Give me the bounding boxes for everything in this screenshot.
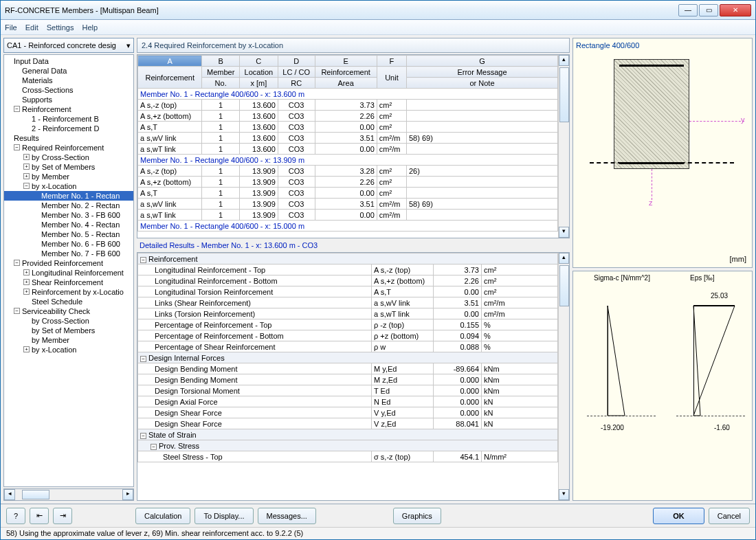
menu-file[interactable]: File xyxy=(5,23,17,32)
plus-icon[interactable]: + xyxy=(23,269,30,275)
table-row[interactable]: a s,wV link113.909CO33.51cm²/m58) 69) xyxy=(138,199,558,210)
messages-button[interactable]: Messages... xyxy=(258,508,316,524)
tree-member-7[interactable]: Member No. 7 - FB 600 xyxy=(4,249,133,258)
detail-vscrollbar[interactable]: ▴ ▾ xyxy=(558,253,569,500)
tree-member-6[interactable]: Member No. 6 - FB 600 xyxy=(4,239,133,249)
menu-edit[interactable]: Edit xyxy=(25,23,38,32)
minus-icon[interactable]: − xyxy=(23,183,30,189)
minus-icon[interactable]: − xyxy=(140,257,146,263)
col-G[interactable]: G xyxy=(407,56,558,67)
grid-vscrollbar[interactable]: ▴ ▾ xyxy=(558,55,569,238)
scroll-up-icon[interactable]: ▴ xyxy=(559,55,569,66)
main-grid[interactable]: A B C D E F G Reinforcement Member Locat… xyxy=(137,54,570,238)
detail-row[interactable]: Steel Stress - Top σ s,-z (top) 454.1 N/… xyxy=(138,451,558,462)
det-prov-hdr[interactable]: −Prov. Stress xyxy=(138,440,558,451)
table-row[interactable]: a s,wT link113.909CO30.00cm²/m xyxy=(138,210,558,221)
col-E[interactable]: E xyxy=(315,56,377,67)
table-row[interactable]: A s,T113.600CO30.00cm² xyxy=(138,122,558,133)
minus-icon[interactable]: − xyxy=(14,106,20,112)
tree-serv-check[interactable]: −Serviceability Check xyxy=(4,306,133,316)
next-button[interactable]: ⇥ xyxy=(53,508,72,524)
plus-icon[interactable]: + xyxy=(23,279,30,285)
case-dropdown[interactable]: CA1 - Reinforced concrete desig ▾ xyxy=(3,38,134,53)
tree-s-mem[interactable]: by Member xyxy=(4,335,133,345)
minus-icon[interactable]: − xyxy=(14,260,20,266)
tree-member-5[interactable]: Member No. 5 - Rectan xyxy=(4,229,133,239)
detail-row[interactable]: Longitudinal Reinforcement - BottomA s,+… xyxy=(138,275,558,286)
tree-by-som[interactable]: +by Set of Members xyxy=(4,162,133,172)
calculation-button[interactable]: Calculation xyxy=(135,508,190,524)
plus-icon[interactable]: + xyxy=(23,289,30,295)
scroll-up-icon[interactable]: ▴ xyxy=(559,253,569,264)
minus-icon[interactable]: − xyxy=(14,144,20,150)
tree-results[interactable]: Results xyxy=(4,133,133,143)
tree-member-1[interactable]: Member No. 1 - Rectan xyxy=(4,191,133,201)
table-row[interactable]: A s,T113.909CO30.00cm² xyxy=(138,188,558,199)
tree-by-xloc[interactable]: −by x-Location xyxy=(4,181,133,191)
tree-by-cs[interactable]: +by Cross-Section xyxy=(4,153,133,162)
scroll-left-icon[interactable]: ◂ xyxy=(4,489,15,500)
tree-reinforcement[interactable]: −Reinforcement xyxy=(4,104,133,114)
scroll-thumb[interactable] xyxy=(22,490,49,499)
tree-steel-schedule[interactable]: Steel Schedule xyxy=(4,297,133,306)
nav-tree[interactable]: Input Data General Data Materials Cross-… xyxy=(3,54,134,487)
group-header[interactable]: Member No. 1 - Rectangle 400/600 - x: 13… xyxy=(138,89,558,100)
maximize-button[interactable]: ▭ xyxy=(699,4,718,16)
detail-row[interactable]: Design Bending MomentM y,Ed-89.664kNm xyxy=(138,363,558,374)
scroll-down-icon[interactable]: ▾ xyxy=(559,489,569,500)
graphics-button[interactable]: Graphics xyxy=(393,508,441,524)
tree-shear-reinf[interactable]: +Shear Reinforcement xyxy=(4,278,133,287)
tree-materials[interactable]: Materials xyxy=(4,76,133,85)
plus-icon[interactable]: + xyxy=(23,154,30,160)
table-row[interactable]: a s,wT link113.600CO30.00cm²/m xyxy=(138,144,558,155)
col-C[interactable]: C xyxy=(239,56,278,67)
detail-row[interactable]: Longitudinal Reinforcement - TopA s,-z (… xyxy=(138,265,558,275)
col-A[interactable]: A xyxy=(138,56,202,67)
tree-input-data[interactable]: Input Data xyxy=(4,56,133,66)
tree-member-2[interactable]: Member No. 2 - Rectan xyxy=(4,201,133,210)
det-dif-hdr[interactable]: −Design Internal Forces xyxy=(138,352,558,363)
table-row[interactable]: A s,+z (bottom)113.909CO32.26cm² xyxy=(138,177,558,188)
plus-icon[interactable]: + xyxy=(23,173,30,179)
detail-row[interactable]: Percentage of Shear Reinforcementρ w0.08… xyxy=(138,341,558,352)
minus-icon[interactable]: − xyxy=(151,444,157,450)
tree-s-som[interactable]: by Set of Members xyxy=(4,326,133,335)
detail-row[interactable]: Percentage of Reinforcement - Topρ -z (t… xyxy=(138,319,558,330)
ok-button[interactable]: OK xyxy=(653,508,704,524)
detail-row[interactable]: Design Axial ForceN Ed0.000kN xyxy=(138,396,558,407)
tree-long-reinf[interactable]: +Longitudinal Reinforcement xyxy=(4,268,133,278)
table-row[interactable]: A s,-z (top)113.600CO33.73cm² xyxy=(138,100,558,111)
scroll-down-icon[interactable]: ▾ xyxy=(559,227,569,238)
tree-supports[interactable]: Supports xyxy=(4,95,133,104)
detail-row[interactable]: Links (Shear Reinforcement)a s,wV link3.… xyxy=(138,297,558,308)
table-row[interactable]: A s,+z (bottom)113.600CO32.26cm² xyxy=(138,111,558,122)
menu-help[interactable]: Help xyxy=(82,23,98,32)
minimize-button[interactable]: — xyxy=(678,4,698,16)
tree-member-4[interactable]: Member No. 4 - Rectan xyxy=(4,220,133,229)
tree-hscrollbar[interactable]: ◂ ▸ xyxy=(3,488,134,501)
tree-by-mem[interactable]: +by Member xyxy=(4,172,133,181)
tree-req-reinf[interactable]: −Required Reinforcement xyxy=(4,143,133,153)
group-header[interactable]: Member No. 1 - Rectangle 400/600 - x: 15… xyxy=(138,221,558,232)
det-sos-hdr[interactable]: −State of Strain xyxy=(138,429,558,440)
menu-settings[interactable]: Settings xyxy=(47,23,74,32)
tree-prov-reinf[interactable]: −Provided Reinforcement xyxy=(4,258,133,268)
minus-icon[interactable]: − xyxy=(14,308,20,314)
detail-row[interactable]: Design Bending MomentM z,Ed0.000kNm xyxy=(138,374,558,385)
det-reinf-hdr[interactable]: −Reinforcement xyxy=(138,254,558,265)
col-F[interactable]: F xyxy=(377,56,406,67)
close-button[interactable]: ✕ xyxy=(720,4,751,16)
plus-icon[interactable]: + xyxy=(23,346,30,352)
tree-reinf-1[interactable]: 1 - Reinforcement B xyxy=(4,114,133,124)
plus-icon[interactable]: + xyxy=(23,164,30,170)
tree-general-data[interactable]: General Data xyxy=(4,66,133,76)
tree-member-3[interactable]: Member No. 3 - FB 600 xyxy=(4,210,133,220)
cancel-button[interactable]: Cancel xyxy=(709,508,750,524)
col-B[interactable]: B xyxy=(202,56,239,67)
detail-row[interactable]: Design Shear ForceV y,Ed0.000kN xyxy=(138,407,558,418)
tree-reinf-xloc[interactable]: +Reinforcement by x-Locatio xyxy=(4,287,133,297)
detail-grid[interactable]: −Reinforcement Longitudinal Reinforcemen… xyxy=(137,252,570,501)
minus-icon[interactable]: − xyxy=(140,356,146,362)
tree-reinf-2[interactable]: 2 - Reinforcement D xyxy=(4,124,133,133)
minus-icon[interactable]: − xyxy=(140,433,146,439)
